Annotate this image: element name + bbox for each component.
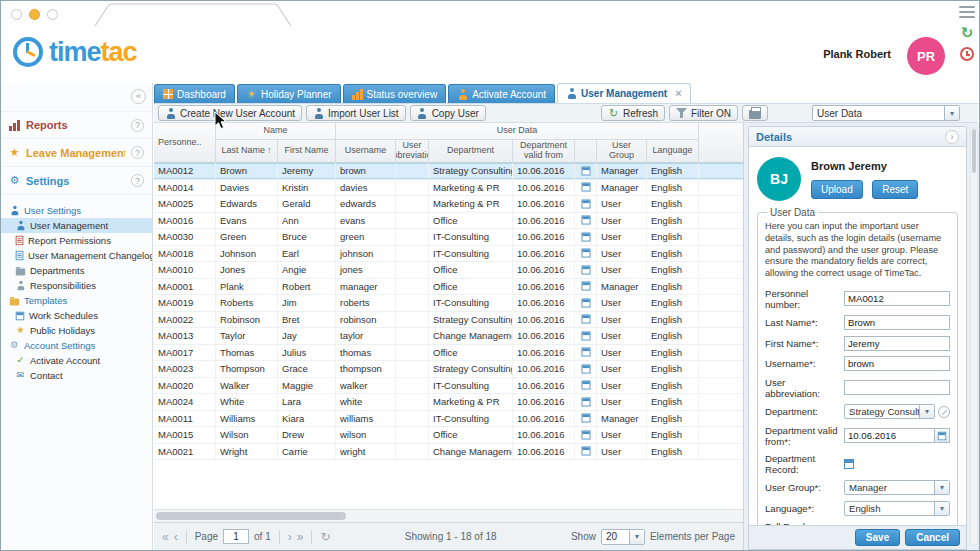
hamburger-menu-icon[interactable]	[959, 6, 975, 18]
field-select[interactable]: English	[844, 501, 950, 516]
sidebar-item-activate-account[interactable]: ✓Activate Account	[1, 353, 152, 368]
field-input[interactable]	[844, 315, 950, 330]
prev-page-icon[interactable]: ‹	[174, 531, 178, 543]
field-select[interactable]: Strategy Consulting	[844, 404, 935, 419]
sidebar-section-settings[interactable]: ⚙Settings?	[1, 167, 152, 195]
sidebar-section-reports[interactable]: Reports?	[1, 111, 152, 139]
sidebar-item-contact[interactable]: ✉Contact	[1, 368, 152, 383]
sidebar-item-responsibilities[interactable]: Responsibilities	[1, 278, 152, 293]
table-row[interactable]: MA0013TaylorJaytaylorChange Management10…	[154, 328, 743, 345]
scrollbar-thumb[interactable]	[972, 129, 976, 173]
chevron-down-icon[interactable]	[934, 481, 949, 494]
time-tracking-clock-icon[interactable]	[960, 47, 974, 61]
sidebar-item-user-settings[interactable]: User Settings	[1, 203, 152, 218]
calendar-icon[interactable]	[844, 459, 854, 469]
page-size-select[interactable]: 20	[601, 529, 645, 545]
table-row[interactable]: MA0019RobertsJimrobertsIT-Consulting10.0…	[154, 295, 743, 312]
tab-close-icon[interactable]: ×	[675, 88, 681, 99]
print-button[interactable]	[742, 105, 768, 121]
calendar-trigger-icon[interactable]	[935, 428, 950, 443]
chevron-down-icon[interactable]	[934, 502, 949, 515]
help-icon[interactable]: ?	[131, 119, 144, 132]
field-input[interactable]	[844, 380, 950, 395]
view-select[interactable]: User Data	[812, 105, 960, 121]
column-header-record[interactable]	[575, 140, 597, 162]
last-page-icon[interactable]: »	[297, 531, 304, 543]
horizontal-scrollbar[interactable]	[154, 509, 743, 522]
user-avatar[interactable]: PR	[907, 37, 945, 75]
table-row[interactable]: MA0025EdwardsGeraldedwardsMarketing & PR…	[154, 196, 743, 213]
column-header-department[interactable]: Department	[429, 140, 513, 162]
next-page-icon[interactable]: ›	[288, 531, 292, 543]
column-header-first-name[interactable]: First Name	[278, 140, 336, 162]
column-header-abbreviation[interactable]: User abbreviation	[396, 140, 429, 162]
table-row[interactable]: MA0016EvansAnnevansOffice10.06.2016UserE…	[154, 213, 743, 230]
table-row[interactable]: MA0018JohnsonEarljohnsonIT-Consulting10.…	[154, 246, 743, 263]
help-icon[interactable]: ?	[131, 146, 144, 159]
tab-holiday-planner[interactable]: ☀Holiday Planner	[237, 84, 341, 103]
table-row[interactable]: MA0001PlankRobertmanagerOffice10.06.2016…	[154, 279, 743, 296]
cancel-button[interactable]: Cancel	[905, 529, 960, 546]
create-user-button[interactable]: Create New User Account	[158, 105, 302, 121]
table-row[interactable]: MA0024WhiteLarawhiteMarketing & PR10.06.…	[154, 394, 743, 411]
vertical-scrollbar[interactable]	[970, 127, 978, 546]
table-row[interactable]: MA0015WilsonDrewwilsonOffice10.06.2016Us…	[154, 427, 743, 444]
import-user-list-button[interactable]: Import User List	[306, 105, 406, 121]
save-button[interactable]: Save	[855, 529, 900, 546]
chevron-down-icon[interactable]	[919, 405, 934, 418]
sidebar-item-account-settings[interactable]: ⚙Account Settings	[1, 338, 152, 353]
sidebar-item-report-permissions[interactable]: Report Permissions	[1, 233, 152, 248]
tab-user-management[interactable]: User Management×	[557, 83, 691, 103]
field-input[interactable]	[844, 291, 950, 306]
page-input[interactable]	[223, 529, 249, 544]
sidebar-item-departments[interactable]: Departments	[1, 263, 152, 278]
clear-icon[interactable]	[938, 406, 950, 418]
chevron-down-icon[interactable]	[629, 530, 644, 544]
window-control-icon[interactable]	[29, 9, 40, 20]
reset-button[interactable]: Reset	[872, 180, 918, 199]
details-collapse-icon[interactable]: ›	[945, 130, 959, 144]
field-input[interactable]	[844, 428, 935, 443]
chevron-down-icon[interactable]	[944, 106, 959, 120]
sidebar-item-work-schedules[interactable]: Work Schedules	[1, 308, 152, 323]
sidebar-item-templates[interactable]: Templates	[1, 293, 152, 308]
browser-refresh-icon[interactable]: ↻	[961, 26, 974, 39]
table-row[interactable]: MA0020WalkerMaggiewalkerIT-Consulting10.…	[154, 378, 743, 395]
copy-user-button[interactable]: Copy User	[410, 105, 486, 121]
window-control-icon[interactable]	[11, 9, 22, 20]
help-icon[interactable]: ?	[131, 174, 144, 187]
table-row[interactable]: MA0014DaviesKristindaviesMarketing & PR1…	[154, 180, 743, 197]
scrollbar-thumb[interactable]	[156, 512, 346, 520]
filter-button[interactable]: Filter ON	[669, 105, 738, 121]
tab-status-overview[interactable]: Status overview	[343, 84, 447, 103]
table-row[interactable]: MA0023ThompsonGracethompsonStrategy Cons…	[154, 361, 743, 378]
table-row[interactable]: MA0010JonesAngiejonesOffice10.06.2016Use…	[154, 262, 743, 279]
field-input[interactable]	[844, 356, 950, 371]
column-header-language[interactable]: Language	[647, 140, 699, 162]
table-row[interactable]: MA0021WrightCarriewrightChange Managemen…	[154, 444, 743, 461]
table-row[interactable]: MA0022RobinsonBretrobinsonStrategy Consu…	[154, 312, 743, 329]
field-input[interactable]	[844, 336, 950, 351]
pager-refresh-icon[interactable]: ↻	[320, 531, 330, 543]
column-header-user-group[interactable]: User Group	[597, 140, 647, 162]
sidebar-item-public-holidays[interactable]: ★Public Holidays	[1, 323, 152, 338]
tab-activate-account[interactable]: Activate Account	[448, 84, 555, 103]
upload-button[interactable]: Upload	[811, 180, 863, 199]
field-select[interactable]: Manager	[844, 480, 950, 495]
sidebar-section-leave-management[interactable]: ★Leave Management?	[1, 139, 152, 167]
table-row[interactable]: MA0017ThomasJuliusthomasOffice10.06.2016…	[154, 345, 743, 362]
table-row[interactable]: MA0030GreenBrucegreenIT-Consulting10.06.…	[154, 229, 743, 246]
window-control-icon[interactable]	[47, 9, 58, 20]
column-header-last-name[interactable]: Last Name ↑	[216, 140, 278, 162]
tab-dashboard[interactable]: Dashboard	[154, 84, 235, 103]
column-header-valid-from[interactable]: Department valid from	[513, 140, 575, 162]
table-row[interactable]: MA0012BrownJeremybrownStrategy Consultin…	[154, 163, 743, 180]
sidebar-collapse-icon[interactable]: «	[131, 89, 146, 104]
column-header-username[interactable]: Username	[336, 140, 396, 162]
first-page-icon[interactable]: «	[162, 531, 169, 543]
sidebar-item-user-management-changelog[interactable]: User Management Changelog	[1, 248, 152, 263]
table-row[interactable]: MA0011WilliamsKiarawilliamsIT-Consulting…	[154, 411, 743, 428]
sidebar-item-user-management[interactable]: User Management	[1, 218, 152, 233]
refresh-button[interactable]: ↻ Refresh	[601, 105, 665, 121]
column-header-personnel[interactable]: Personne..	[154, 123, 216, 162]
